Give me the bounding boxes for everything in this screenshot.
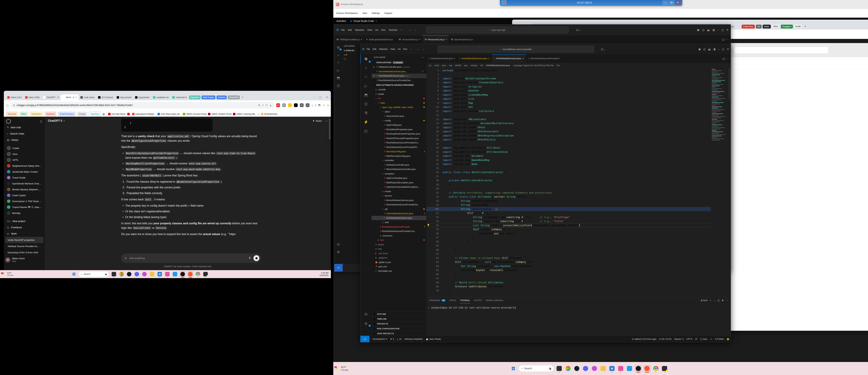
sidebar-collapse-icon[interactable]: ◫ — [40, 120, 42, 123]
inner-min[interactable]: – — [718, 48, 719, 51]
rdp-close[interactable]: ✕ — [675, 0, 681, 5]
share-button[interactable]: ⬆Share — [313, 120, 322, 122]
tree-item[interactable]: JAppConfig.java — [372, 123, 426, 127]
tree-item[interactable]: JMockModeProperties.java — [372, 127, 426, 132]
menu-amazon-workspaces[interactable]: Amazon WorkSpaces — [336, 12, 358, 14]
breadcrumb-item[interactable]: java — [442, 64, 446, 67]
code-line[interactable]: 68 // Build multi-valued Attributes — [426, 280, 711, 285]
sidebar-project-item[interactable]: 🗀Work — [5, 230, 43, 237]
browser-tab[interactable]: skyystream — [133, 94, 151, 100]
outer-command-center[interactable]: ⌕pap-rego-app — [426, 27, 568, 33]
menu-File[interactable]: File — [341, 29, 345, 31]
code-line[interactable]: 54💡 List<String> vals = projectXmlListFi… — [426, 223, 711, 227]
activity-search-icon[interactable]: ⌕ — [334, 51, 342, 59]
start-button[interactable] — [71, 271, 77, 277]
status-indexing-completed-[interactable]: Indexing completed. — [403, 338, 424, 340]
code-line[interactable]: 29 } — [426, 183, 711, 187]
account-icon[interactable]: ◎ — [361, 310, 372, 318]
taskbar-github-desktop-icon[interactable] — [635, 365, 642, 372]
rdp-restore[interactable]: ⧉ — [669, 0, 675, 5]
sidebar-app-item[interactable]: Monday — [5, 210, 43, 216]
status-41[interactable]: △41 — [396, 338, 403, 340]
start-button[interactable] — [510, 365, 517, 372]
tree-item[interactable]: ∨service — [372, 194, 426, 198]
taskbar-pink-cube-icon[interactable] — [164, 271, 170, 277]
bookmark-item[interactable]: UMGC Account Portal — [183, 113, 207, 115]
tree-item[interactable]: JRestAspRestClientProperties.java — [372, 132, 426, 136]
sidebar-chat-item[interactable]: Verify RestASP properties — [5, 237, 43, 243]
tab-group[interactable]: localh — [794, 24, 802, 29]
activity-remote-icon[interactable]: ⊡ — [334, 82, 342, 89]
code-line[interactable]: 56 collected.put(ap, vals); — [426, 231, 711, 236]
taskbar-chrome-icon[interactable] — [652, 365, 659, 372]
activity-source-control-icon[interactable]: ⑂ — [361, 72, 372, 82]
editor-tab[interactable]: JJsonAttributeExtractor.java2 — [457, 54, 492, 63]
tab-group[interactable]: SkyyNest — [189, 95, 201, 99]
tree-item[interactable]: ❯test — [372, 238, 426, 242]
close-icon[interactable]: ✕ — [373, 75, 375, 77]
toolbar-icon-1[interactable]: ▯ — [315, 104, 316, 107]
activities-button[interactable]: Activities — [336, 20, 346, 22]
toolbar-icon-3[interactable]: ⚡ — [322, 104, 326, 107]
omnibox-icon-0[interactable]: ⧉ — [258, 104, 260, 106]
remote-dropdown[interactable]: ⊡⌄ — [601, 48, 606, 51]
tree-item[interactable]: ∨java / org / admitit / asp / resta... — [372, 105, 426, 110]
taskbar-discord-icon[interactable] — [134, 271, 140, 277]
taskbar-photos-app-icon[interactable] — [111, 271, 117, 277]
code-line[interactable]: 27 — [426, 174, 711, 179]
menu-File[interactable]: File — [367, 48, 370, 51]
nav-back-icon[interactable]: ← — [417, 48, 420, 51]
tab-group[interactable]: Work — [772, 24, 780, 29]
code-line[interactable]: 21import org.admitit.attribute.Attribute… — [426, 150, 711, 154]
extension-icon-0[interactable]: ABP — [276, 103, 280, 107]
code-line[interactable]: 12 — [426, 113, 711, 117]
taskbar-m-app-icon[interactable]: M — [157, 271, 163, 277]
sidebar-app-item[interactable]: Codex — [5, 145, 43, 151]
bookmark-group-pill[interactable]: Other — [20, 112, 28, 116]
status-item[interactable]: ⊘ Prettier — [713, 338, 725, 340]
tab-group[interactable]: Swaggers — [781, 25, 793, 29]
status-development[interactable]: ⑂development↻ — [369, 338, 389, 340]
status-item[interactable]: ☺ — [709, 338, 713, 340]
tree-item[interactable]: JApiErrorHandler.java — [372, 176, 426, 180]
code-line[interactable]: 57 } — [426, 236, 711, 240]
code-line[interactable]: 7import java.util.LinkedHashMap; — [426, 93, 711, 97]
menu-View[interactable]: View — [391, 48, 395, 51]
taskbar-clipchamp-icon[interactable] — [591, 365, 598, 372]
editor-tab[interactable]: JSVersionSelect.js● — [397, 35, 422, 43]
breadcrumb-item[interactable]: org — [449, 64, 452, 67]
code-line[interactable]: 67 — [426, 276, 711, 281]
browser-tab[interactable]: Work - X✕ — [61, 94, 79, 100]
outer-max[interactable]: ▢ — [721, 29, 724, 31]
outer-remote-indicator[interactable]: >< — [334, 264, 343, 272]
tab-group[interactable]: Web Inspire — [202, 95, 215, 99]
extension-icon-2[interactable] — [288, 103, 292, 107]
sidebar-app-item[interactable]: Summarizer 2: PDF Book Art... — [5, 198, 43, 204]
nav-back-icon[interactable]: ← — [408, 28, 411, 31]
terminal-shell-label[interactable]: ◍ bash — [701, 299, 708, 302]
code-line[interactable]: 69 tCreturn toAttributes(collected); — [426, 285, 711, 289]
pin-icon[interactable]: 📌 — [501, 0, 506, 5]
tree-item[interactable]: ∨exception — [372, 171, 426, 176]
mic-icon[interactable]: 🎙 — [248, 256, 251, 260]
taskbar-steam-icon[interactable] — [574, 365, 580, 372]
menu-Run[interactable]: Run — [403, 48, 407, 51]
tree-item[interactable]: JAttributeController.java — [372, 163, 426, 167]
activity-run-debug-icon[interactable]: ▷ — [334, 66, 342, 74]
sidebar-chat-item[interactable]: Attribute Source Provider Ex... — [5, 243, 43, 249]
fold-chevron-icon[interactable]: ❯ — [435, 208, 436, 210]
weather-widget[interactable]: 7⛅61°FCloudy — [0, 272, 16, 276]
menu-Edit[interactable]: Edit — [373, 48, 376, 51]
tree-item[interactable]: ⓘREADME.md — [372, 269, 426, 274]
kill-terminal-icon[interactable]: 🗑 — [722, 299, 724, 302]
code-line[interactable]: 55 tCif (!vals.isEmpty()) { — [426, 227, 711, 231]
layout-icon-2[interactable]: ⬓ — [707, 29, 710, 31]
tab-group[interactable]: ReactMail — [228, 95, 240, 99]
omnibox-icon-1[interactable]: ↗ — [262, 104, 264, 106]
breadcrumb-item[interactable]: src — [429, 64, 432, 67]
status-5[interactable]: ⊗5 — [389, 338, 396, 340]
tree-item[interactable]: ❯target — [372, 242, 426, 247]
site-settings-icon[interactable]: ⇅ — [13, 104, 15, 106]
code-line[interactable]: 2 — [426, 72, 711, 76]
sidebar-app-item[interactable]: Travel Planner 🗺 ➕ Interac... — [5, 204, 43, 210]
